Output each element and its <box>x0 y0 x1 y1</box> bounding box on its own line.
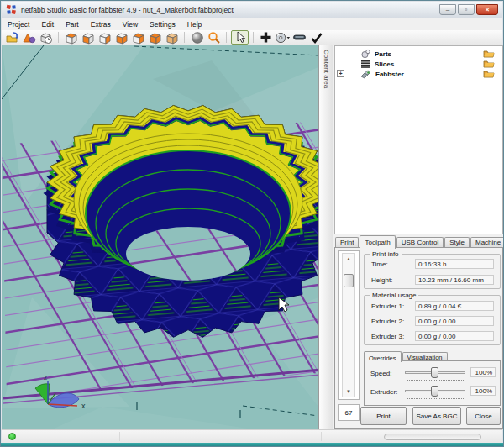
tree-item-parts[interactable]: Parts <box>335 49 502 59</box>
height-label: Height: <box>371 276 392 284</box>
view-cube-icon <box>65 31 78 45</box>
view-right-button[interactable] <box>97 30 113 45</box>
slider-thumb[interactable] <box>431 367 438 378</box>
tree-item-fabbster[interactable]: + Fabbster <box>335 69 502 79</box>
scroll-up-icon[interactable]: ▲ <box>343 256 354 261</box>
layer-number-field[interactable]: 67 <box>338 404 360 421</box>
expander-icon[interactable]: + <box>337 70 344 77</box>
save-as-bgc-button[interactable]: Save As BGC <box>412 407 461 425</box>
toolbar-separator <box>226 32 227 43</box>
group-title: Material usage <box>370 292 418 299</box>
export-disc-button[interactable] <box>275 30 291 45</box>
zoom-button[interactable] <box>206 30 222 45</box>
right-panel: Parts Slices <box>333 45 504 429</box>
load-fabbster-folder-button[interactable] <box>483 69 495 78</box>
panel-tabs: Print Toolpath USB Control Style Machine <box>334 234 504 248</box>
close-button[interactable]: × <box>476 4 498 15</box>
apply-check-button[interactable] <box>308 30 324 45</box>
extruder1-value: 0.89 g / 0.04 € <box>415 301 494 311</box>
tab-toolpath[interactable]: Toolpath <box>360 235 395 249</box>
menu-extras[interactable]: Extras <box>85 18 117 30</box>
open-folder-icon <box>6 31 19 45</box>
magnifier-icon <box>207 31 221 45</box>
extruder-slider[interactable] <box>405 386 465 397</box>
layer-scroll-thumb[interactable] <box>344 274 354 287</box>
render-button[interactable] <box>189 30 205 45</box>
menu-part[interactable]: Part <box>60 18 85 30</box>
part-history-button[interactable] <box>38 30 54 45</box>
menu-view[interactable]: View <box>117 18 144 30</box>
add-part-button[interactable] <box>21 30 37 45</box>
slider-thumb[interactable] <box>431 386 438 397</box>
menu-edit[interactable]: Edit <box>35 18 60 30</box>
load-slices-folder-button[interactable] <box>483 59 495 68</box>
speed-value: 100% <box>470 367 496 377</box>
measure-icon <box>292 31 307 44</box>
minimize-button[interactable]: – <box>439 4 456 15</box>
extruder1-label: Extruder 1: <box>371 302 404 310</box>
window-bottom-border <box>1 443 504 447</box>
maximize-button[interactable]: ▫ <box>458 4 475 15</box>
status-separator <box>119 432 120 441</box>
tree-item-label: Fabbster <box>375 71 404 78</box>
cube-clock-icon <box>39 31 53 45</box>
open-folder-icon <box>483 69 495 78</box>
content-area-strip[interactable]: Content area <box>318 45 333 429</box>
view-iso-button[interactable] <box>164 30 180 45</box>
tab-overrides[interactable]: Overrides <box>364 351 402 362</box>
menu-settings[interactable]: Settings <box>144 18 181 30</box>
load-parts-folder-button[interactable] <box>483 49 495 58</box>
open-folder-icon <box>483 59 495 68</box>
close-panel-button[interactable]: Close <box>466 407 501 425</box>
extruder-label: Extruder: <box>370 388 397 396</box>
extruder2-label: Extruder 2: <box>371 318 404 325</box>
tree-item-slices[interactable]: Slices <box>335 59 502 69</box>
select-tool-button[interactable] <box>231 30 249 45</box>
title-bar: netfabb Studio Basic for fabbster 4.9 - … <box>2 2 502 18</box>
open-project-button[interactable] <box>4 30 20 45</box>
time-label: Time: <box>371 260 388 268</box>
project-tree: Parts Slices <box>334 45 503 234</box>
plus-icon <box>260 31 272 44</box>
parts-icon <box>360 49 370 59</box>
dropdown-arrow-icon <box>286 37 290 39</box>
menu-bar: Project Edit Part Extras View Settings H… <box>2 18 502 30</box>
print-button[interactable]: Print <box>360 407 407 425</box>
cursor-arrow-icon <box>234 31 246 44</box>
menu-project[interactable]: Project <box>2 18 35 30</box>
viewport-3d[interactable]: xz <box>2 45 318 429</box>
app-logo-icon <box>6 4 17 15</box>
view-cube-icon <box>165 31 179 45</box>
tree-item-label: Slices <box>375 60 394 68</box>
toolbar-separator <box>184 32 185 43</box>
toolbar <box>2 30 502 45</box>
slider-ticks <box>407 398 464 399</box>
disc-icon <box>275 31 291 45</box>
height-value: 10.23 mm / 16.60 mm <box>415 275 494 285</box>
view-bottom-button[interactable] <box>113 30 129 45</box>
toolbar-separator <box>58 32 59 43</box>
content-area-label: Content area <box>323 45 330 429</box>
view-left-button[interactable] <box>130 30 146 45</box>
add-button[interactable] <box>258 30 274 45</box>
view-cube-icon <box>115 31 129 45</box>
layer-scroll-track[interactable]: ▲ ▼ <box>342 253 355 397</box>
view-front-button[interactable] <box>80 30 96 45</box>
open-folder-icon <box>483 49 495 58</box>
layer-scrollbar: ▲ ▼ <box>338 250 360 400</box>
view-top-button[interactable] <box>63 30 79 45</box>
scroll-down-icon[interactable]: ▼ <box>343 389 354 394</box>
axis-z-label: z <box>44 373 48 381</box>
menu-help[interactable]: Help <box>181 18 207 30</box>
extruder-value: 100% <box>470 386 496 396</box>
view-cube-icon <box>132 31 145 45</box>
time-value: 0:16:33 h <box>415 259 494 269</box>
view-back-button[interactable] <box>147 30 163 45</box>
toolbar-separator <box>253 32 254 43</box>
render-sphere-icon <box>191 31 204 45</box>
app-window: netfabb Studio Basic for fabbster 4.9 - … <box>0 0 504 447</box>
speed-slider[interactable] <box>405 367 465 378</box>
measure-button[interactable] <box>291 30 307 45</box>
view-cube-icon <box>149 31 162 45</box>
window-title: netfabb Studio Basic for fabbster 4.9 - … <box>21 6 234 14</box>
